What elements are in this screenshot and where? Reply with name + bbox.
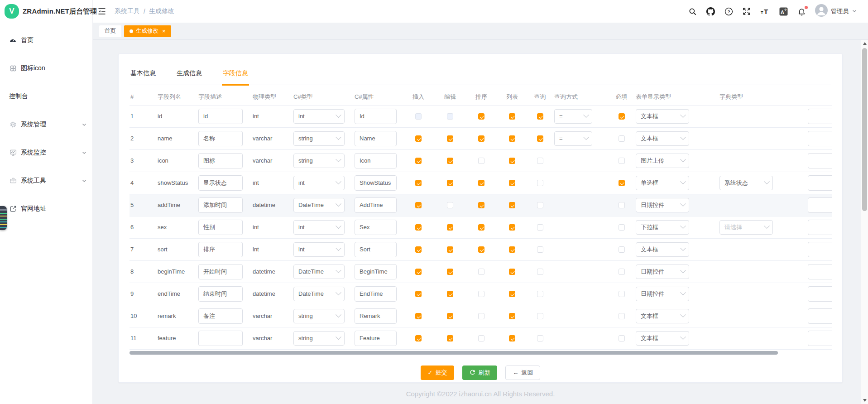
required-checkbox[interactable] [619, 113, 625, 120]
display-type-select[interactable]: 日期控件 [636, 265, 689, 279]
extra-input[interactable] [808, 131, 832, 146]
extra-input[interactable] [808, 242, 832, 257]
edit-checkbox[interactable] [447, 113, 453, 120]
translate-icon[interactable]: A文 [779, 7, 788, 16]
required-checkbox[interactable] [619, 291, 625, 297]
sort-checkbox[interactable] [478, 291, 484, 297]
extra-input[interactable] [808, 153, 832, 168]
search-icon[interactable] [688, 7, 697, 16]
column-description-input[interactable] [198, 153, 243, 168]
tab-field-info[interactable]: 字段信息 [222, 67, 249, 86]
help-icon[interactable]: ? [724, 7, 733, 16]
query-checkbox[interactable] [537, 291, 543, 297]
column-description-input[interactable] [198, 197, 243, 213]
csharp-property-input[interactable] [355, 264, 397, 279]
insert-checkbox[interactable] [415, 246, 422, 253]
csharp-property-input[interactable] [355, 131, 397, 146]
github-icon[interactable] [706, 7, 715, 16]
insert-checkbox[interactable] [415, 180, 422, 186]
csharp-property-input[interactable] [355, 197, 397, 213]
csharp-type-select[interactable]: int [293, 220, 345, 235]
required-checkbox[interactable] [619, 202, 625, 208]
horizontal-scroll-thumb[interactable] [129, 351, 778, 355]
insert-checkbox[interactable] [415, 335, 422, 341]
edit-checkbox[interactable] [447, 246, 453, 253]
edit-checkbox[interactable] [447, 158, 453, 164]
column-description-input[interactable] [198, 264, 243, 279]
sort-checkbox[interactable] [478, 180, 484, 186]
edit-checkbox[interactable] [447, 180, 453, 186]
edit-checkbox[interactable] [447, 313, 453, 319]
csharp-type-select[interactable]: string [293, 131, 345, 146]
csharp-type-select[interactable]: int [293, 176, 345, 190]
query-checkbox[interactable] [537, 180, 543, 186]
display-type-select[interactable]: 日期控件 [636, 287, 689, 301]
sort-checkbox[interactable] [478, 224, 484, 231]
insert-checkbox[interactable] [415, 291, 422, 297]
sort-checkbox[interactable] [478, 246, 484, 253]
query-checkbox[interactable] [537, 158, 543, 164]
font-size-icon[interactable]: TT [760, 7, 770, 15]
column-description-input[interactable] [198, 175, 243, 191]
query-type-select[interactable]: = [554, 109, 592, 124]
close-tab-icon[interactable]: × [162, 28, 166, 34]
extra-input[interactable] [808, 286, 832, 302]
insert-checkbox[interactable] [415, 135, 422, 142]
sort-checkbox[interactable] [478, 113, 484, 120]
display-type-select[interactable]: 文本框 [636, 331, 689, 346]
sidebar-item-图标icon[interactable]: 图标icon [0, 54, 92, 82]
column-description-input[interactable] [198, 242, 243, 257]
edit-checkbox[interactable] [447, 269, 453, 275]
extra-input[interactable] [808, 308, 832, 324]
edit-checkbox[interactable] [447, 135, 453, 142]
extra-input[interactable] [808, 331, 832, 346]
insert-checkbox[interactable] [415, 202, 422, 208]
query-checkbox[interactable] [537, 269, 543, 275]
display-type-select[interactable]: 文本框 [636, 309, 689, 323]
fullscreen-icon[interactable] [743, 7, 751, 15]
csharp-property-input[interactable] [355, 153, 397, 168]
edit-checkbox[interactable] [447, 335, 453, 341]
insert-checkbox[interactable] [415, 158, 422, 164]
sort-checkbox[interactable] [478, 269, 484, 275]
required-checkbox[interactable] [619, 180, 625, 186]
insert-checkbox[interactable] [415, 269, 422, 275]
sort-checkbox[interactable] [478, 202, 484, 208]
query-checkbox[interactable] [537, 335, 543, 341]
sort-checkbox[interactable] [478, 135, 484, 142]
required-checkbox[interactable] [619, 335, 625, 341]
extra-input[interactable] [808, 197, 832, 213]
required-checkbox[interactable] [619, 224, 625, 231]
dict-type-select[interactable]: 系统状态 [719, 176, 773, 190]
edit-checkbox[interactable] [447, 291, 453, 297]
insert-checkbox[interactable] [415, 224, 422, 231]
column-description-input[interactable] [198, 286, 243, 302]
list-checkbox[interactable] [509, 291, 515, 297]
panel-drag-handle[interactable] [0, 206, 7, 230]
query-checkbox[interactable] [537, 113, 543, 120]
column-description-input[interactable] [198, 331, 243, 346]
required-checkbox[interactable] [619, 135, 625, 142]
tab-basic-info[interactable]: 基本信息 [129, 67, 157, 85]
csharp-type-select[interactable]: DateTime [293, 265, 345, 279]
list-checkbox[interactable] [509, 202, 515, 208]
submit-button[interactable]: ✓ 提交 [421, 366, 455, 380]
extra-input[interactable] [808, 264, 832, 279]
display-type-select[interactable]: 文本框 [636, 131, 689, 146]
window-vertical-scrollbar[interactable] [861, 40, 868, 404]
csharp-type-select[interactable]: string [293, 309, 345, 323]
required-checkbox[interactable] [619, 158, 625, 164]
csharp-type-select[interactable]: int [293, 109, 345, 124]
column-description-input[interactable] [198, 308, 243, 324]
csharp-property-input[interactable] [355, 286, 397, 302]
query-checkbox[interactable] [537, 224, 543, 231]
required-checkbox[interactable] [619, 313, 625, 319]
notification-icon[interactable] [797, 7, 806, 16]
sidebar-item-控制台[interactable]: 控制台 [0, 82, 92, 111]
display-type-select[interactable]: 文本框 [636, 242, 689, 257]
list-checkbox[interactable] [509, 313, 515, 319]
query-checkbox[interactable] [537, 313, 543, 319]
scroll-down-arrow[interactable] [861, 397, 868, 404]
sidebar-item-首页[interactable]: 首页 [0, 26, 92, 54]
sort-checkbox[interactable] [478, 158, 484, 164]
